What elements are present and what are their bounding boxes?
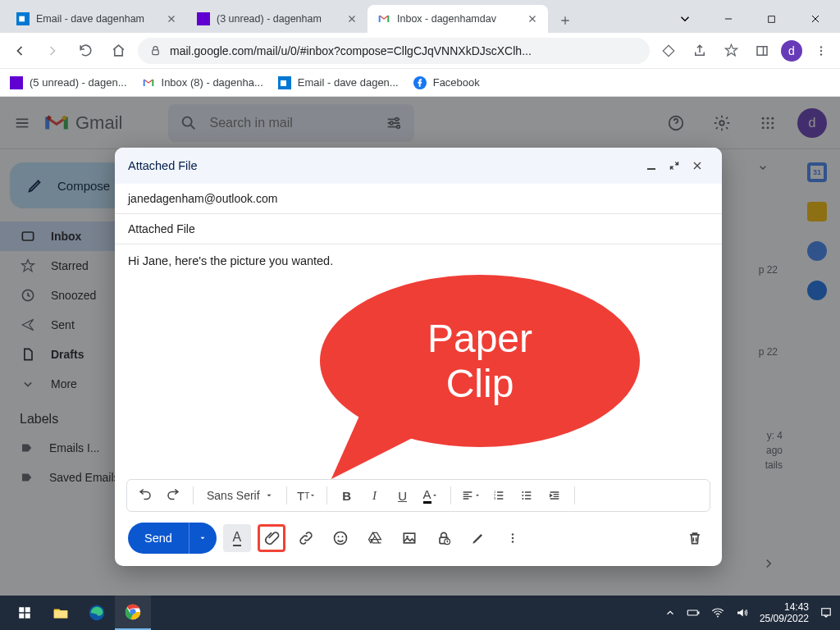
close-icon[interactable] (686, 159, 709, 172)
tray-clock[interactable]: 14:43 25/09/2022 (760, 601, 809, 625)
tab-gmail[interactable]: Inbox - dagenhamdav (368, 5, 548, 33)
reload-button[interactable] (72, 38, 98, 64)
back-button[interactable] (7, 38, 33, 64)
file-icon (20, 346, 36, 363)
close-icon[interactable] (527, 13, 538, 25)
svg-rect-2 (197, 12, 210, 25)
tab-yahoo[interactable]: (3 unread) - dagenham (187, 5, 368, 33)
bookmark-item[interactable]: Facebook (413, 76, 480, 89)
minimize-button[interactable] (710, 7, 746, 31)
close-icon[interactable] (346, 13, 358, 25)
svg-point-44 (512, 537, 514, 539)
trash-button[interactable] (681, 524, 709, 552)
compose-body[interactable]: Hi Jane, here's the picture you wanted. (115, 244, 722, 479)
volume-icon[interactable] (735, 605, 750, 620)
svg-point-22 (762, 121, 765, 124)
more-options-button[interactable] (499, 524, 527, 552)
chrome-icon[interactable] (115, 596, 151, 630)
italic-button[interactable]: I (363, 484, 386, 507)
maximize-button[interactable] (753, 7, 790, 31)
profile-avatar[interactable]: d (797, 108, 827, 138)
close-icon[interactable] (166, 13, 177, 25)
new-tab-button[interactable] (553, 8, 578, 33)
formatting-toggle-button[interactable]: A (223, 524, 251, 552)
wifi-icon[interactable] (710, 605, 725, 620)
hamburger-icon[interactable] (13, 114, 31, 132)
emoji-button[interactable] (326, 524, 354, 552)
search-input[interactable] (209, 116, 373, 130)
outlook-icon (278, 76, 291, 89)
align-button[interactable] (459, 484, 482, 507)
tray-chevron-icon[interactable] (664, 607, 676, 619)
apps-grid-icon[interactable] (751, 107, 784, 139)
forward-button[interactable] (39, 38, 66, 64)
keep-icon[interactable] (807, 202, 827, 221)
confidential-button[interactable] (430, 524, 458, 552)
font-select[interactable]: Sans Serif (202, 489, 278, 502)
home-button[interactable] (105, 38, 131, 64)
redo-button[interactable] (162, 484, 185, 507)
numbered-list-button[interactable]: 123 (487, 484, 510, 507)
start-button[interactable] (7, 596, 43, 630)
attach-file-button[interactable] (258, 524, 285, 552)
notifications-icon[interactable] (819, 605, 833, 620)
bookmark-item[interactable]: (5 unread) - dagen... (10, 76, 127, 89)
svg-point-25 (762, 126, 765, 129)
bold-button[interactable]: B (336, 484, 358, 507)
svg-point-45 (512, 541, 514, 542)
svg-point-38 (341, 536, 343, 537)
tune-icon[interactable] (385, 114, 403, 132)
gmail-icon (142, 76, 155, 89)
pen-button[interactable] (464, 524, 492, 552)
minimize-icon[interactable] (640, 160, 663, 171)
omnibox[interactable]: mail.google.com/mail/u/0/#inbox?compose=… (138, 38, 650, 64)
tabs-dropdown-icon[interactable] (666, 7, 703, 31)
extension-icon[interactable] (656, 39, 681, 63)
image-button[interactable] (395, 524, 423, 552)
to-field[interactable]: janedagenham@outlook.com (115, 184, 722, 214)
fullscreen-icon[interactable] (663, 160, 686, 171)
svg-rect-39 (404, 533, 414, 543)
profile-avatar[interactable]: d (781, 40, 802, 62)
help-icon[interactable] (660, 107, 692, 139)
tab-title: Inbox - dagenhamdav (397, 13, 520, 25)
facebook-icon (413, 76, 427, 89)
search-box[interactable] (168, 104, 414, 142)
sidepanel-icon[interactable] (750, 39, 774, 63)
contacts-icon[interactable] (807, 281, 827, 300)
send-row: Send A (115, 520, 722, 566)
gear-icon[interactable] (705, 107, 738, 139)
svg-point-34 (522, 495, 523, 496)
undo-button[interactable] (134, 484, 157, 507)
tab-outlook[interactable]: Email - dave dagenham (7, 5, 187, 33)
indent-button[interactable] (543, 484, 566, 507)
subject-field[interactable]: Attached File (115, 214, 722, 244)
tasks-icon[interactable] (807, 241, 827, 261)
drive-button[interactable] (361, 524, 389, 552)
star-icon[interactable] (719, 39, 743, 63)
file-explorer-icon[interactable] (43, 596, 79, 630)
bookmark-item[interactable]: Email - dave dagen... (278, 76, 399, 89)
bookmark-item[interactable]: Inbox (8) - dagenha... (142, 76, 263, 89)
link-button[interactable] (292, 524, 320, 552)
share-icon[interactable] (687, 39, 712, 63)
tag-icon (20, 470, 34, 485)
gmail-logo[interactable]: Gmail (44, 111, 122, 135)
textcolor-button[interactable]: A (419, 484, 442, 507)
edge-icon[interactable] (79, 596, 115, 630)
svg-rect-5 (757, 46, 767, 55)
battery-icon[interactable] (686, 605, 701, 620)
chevron-right-icon[interactable] (761, 556, 776, 571)
send-options-button[interactable] (189, 523, 217, 554)
calendar-icon[interactable]: 31 (807, 162, 827, 182)
svg-point-19 (762, 116, 765, 119)
svg-point-27 (771, 126, 774, 129)
chevron-down-icon[interactable] (756, 161, 769, 174)
send-button[interactable]: Send (128, 523, 217, 554)
close-window-button[interactable] (797, 7, 833, 31)
underline-button[interactable]: U (391, 484, 414, 507)
fontsize-button[interactable]: TT (295, 484, 318, 507)
inbox-icon (20, 228, 36, 244)
bullet-list-button[interactable] (515, 484, 538, 507)
kebab-menu-icon[interactable] (809, 39, 833, 63)
